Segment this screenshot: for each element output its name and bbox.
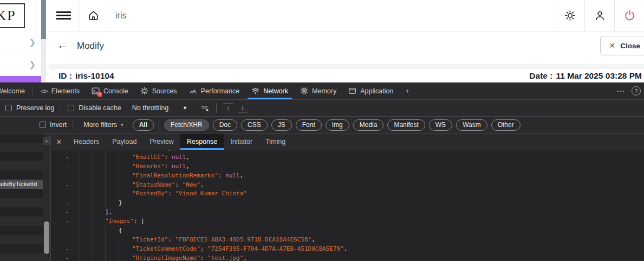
fold-marker[interactable]: - bbox=[64, 181, 70, 190]
throttling-select[interactable]: No throttling bbox=[132, 104, 168, 112]
disable-cache-checkbox[interactable] bbox=[68, 105, 74, 111]
back-arrow-icon[interactable]: ← bbox=[57, 38, 69, 52]
logout-button[interactable] bbox=[615, 0, 644, 31]
detail-tab-headers[interactable]: Headers bbox=[67, 133, 106, 150]
detail-tab-response[interactable]: Response bbox=[180, 133, 224, 150]
devtools-tab-label: Performance bbox=[201, 87, 240, 95]
filter-pill-wasm[interactable]: Wasm bbox=[456, 119, 487, 131]
json-token-p: : bbox=[168, 235, 175, 245]
import-har-button[interactable]: ↑ bbox=[223, 104, 233, 112]
network-filter-bar: Invert More filters ▾ AllFetch/XHRDocCSS… bbox=[0, 117, 644, 133]
devtools-tabbar-right: ⋯? bbox=[606, 82, 644, 99]
devtools-tab-label: Elements bbox=[51, 87, 80, 95]
fold-marker[interactable]: - bbox=[64, 245, 70, 254]
filter-pill-doc[interactable]: Doc bbox=[213, 119, 237, 131]
scroll-up-button[interactable]: ▲ bbox=[43, 137, 50, 145]
fold-marker[interactable]: - bbox=[64, 199, 70, 208]
code-line: -"OriginalImageName": "test.jpg", bbox=[51, 254, 644, 261]
devtools-tab-welcome[interactable]: Welcome bbox=[0, 82, 31, 99]
settings-button[interactable] bbox=[555, 0, 584, 31]
devtools-tab-console[interactable]: ✕Console bbox=[86, 82, 134, 99]
filter-pill-other[interactable]: Other bbox=[491, 119, 521, 131]
export-har-button[interactable]: ↓ bbox=[238, 104, 248, 112]
request-list-scrollbar: ▲ bbox=[43, 133, 50, 261]
more-filters-arrow-icon: ▾ bbox=[121, 122, 123, 128]
fold-marker[interactable]: - bbox=[64, 153, 70, 162]
devtools-tab-label: Welcome bbox=[0, 87, 25, 95]
scrollbar-thumb[interactable] bbox=[44, 221, 49, 254]
more-filters-button[interactable]: More filters ▾ bbox=[83, 121, 123, 129]
more-options-icon[interactable]: ⋯ bbox=[610, 86, 632, 96]
detail-tab-preview[interactable]: Preview bbox=[143, 133, 180, 150]
invert-checkbox[interactable] bbox=[40, 122, 46, 128]
fold-marker[interactable]: - bbox=[64, 235, 70, 245]
detail-tab-bar: ✕ HeadersPayloadPreviewResponseInitiator… bbox=[51, 133, 644, 150]
help-icon[interactable]: ? bbox=[632, 86, 641, 96]
devtools-tab-network[interactable]: Network bbox=[245, 82, 294, 99]
home-button[interactable] bbox=[79, 0, 108, 31]
json-token-nul: null bbox=[172, 162, 186, 171]
filter-pill-css[interactable]: CSS bbox=[241, 119, 268, 131]
devtools-tab-[interactable]: + bbox=[399, 82, 415, 99]
json-token-p: } bbox=[119, 199, 122, 208]
indent-guide bbox=[78, 162, 92, 171]
devtools-tab-sources[interactable]: Sources bbox=[134, 82, 183, 99]
request-detail-pane: ✕ HeadersPayloadPreviewResponseInitiator… bbox=[51, 133, 644, 261]
filter-pill-js[interactable]: JS bbox=[271, 119, 292, 131]
close-detail-icon[interactable]: ✕ bbox=[51, 133, 67, 150]
fold-marker[interactable]: - bbox=[64, 217, 70, 226]
indent-guide bbox=[78, 226, 92, 235]
app-sidebar: KP ❯ ❯ bbox=[0, 0, 49, 82]
indent-guide bbox=[119, 171, 132, 181]
detail-tab-payload[interactable]: Payload bbox=[106, 133, 143, 150]
divider bbox=[216, 104, 217, 113]
detail-tab-timing[interactable]: Timing bbox=[259, 133, 292, 150]
throttling-dropdown-arrow-icon[interactable]: ▼ bbox=[183, 105, 187, 111]
json-token-k: "FinalResolutionRemarks" bbox=[132, 171, 218, 181]
json-token-p: ], bbox=[105, 208, 112, 217]
json-token-nul: null bbox=[172, 153, 186, 162]
devtools-tab-label: Console bbox=[103, 87, 128, 95]
filter-pill-media[interactable]: Media bbox=[353, 119, 384, 131]
indent-guide bbox=[78, 235, 92, 245]
sidebar-collapsed-item[interactable]: ❯ bbox=[0, 31, 41, 53]
close-button[interactable]: ✕ Close bbox=[600, 36, 644, 55]
json-token-p: , bbox=[200, 181, 204, 190]
filter-pill-manifest[interactable]: Manifest bbox=[387, 119, 425, 131]
close-icon: ✕ bbox=[609, 41, 616, 50]
sidebar-collapsed-item[interactable]: ❯ bbox=[0, 53, 41, 75]
sidebar-scrollbar-thumb[interactable] bbox=[41, 0, 46, 39]
network-conditions-icon[interactable] bbox=[200, 104, 210, 112]
json-token-k: "EmailCC" bbox=[132, 153, 165, 162]
json-token-p: : bbox=[200, 254, 207, 261]
gutter-gap bbox=[70, 162, 78, 171]
fold-marker[interactable]: - bbox=[64, 254, 70, 261]
indent-guide bbox=[92, 254, 105, 261]
divider bbox=[73, 120, 73, 130]
fold-marker[interactable]: - bbox=[64, 189, 70, 199]
detail-tab-initiator[interactable]: Initiator bbox=[224, 133, 259, 150]
disable-cache-label: Disable cache bbox=[79, 104, 121, 112]
ticket-id-label: ID : bbox=[58, 71, 72, 81]
filter-pill-img[interactable]: Img bbox=[326, 119, 349, 131]
hamburger-menu-button[interactable] bbox=[49, 0, 78, 31]
profile-button[interactable] bbox=[585, 0, 614, 31]
fold-marker[interactable]: - bbox=[64, 208, 70, 217]
code-line: -"TicketCommentCode": "7254F395-F704-4D7… bbox=[51, 245, 644, 254]
filter-pill-ws[interactable]: WS bbox=[429, 119, 452, 131]
indent-guide bbox=[78, 171, 92, 181]
devtools-tab-performance[interactable]: Performance bbox=[183, 82, 246, 99]
indent-guide bbox=[119, 162, 132, 171]
response-viewer[interactable]: -"ModifiedBy": 2,-"EmailCC": null,-"Rema… bbox=[51, 150, 644, 261]
filter-pill-all[interactable]: All bbox=[133, 119, 154, 131]
preserve-log-checkbox[interactable] bbox=[5, 105, 12, 111]
indent-guide bbox=[78, 199, 92, 208]
filter-pill-fetchxhr[interactable]: Fetch/XHR bbox=[164, 119, 209, 131]
fold-marker[interactable]: - bbox=[64, 171, 70, 181]
devtools-tab-memory[interactable]: Memory bbox=[294, 82, 342, 99]
devtools-tab-elements[interactable]: </>Elements bbox=[35, 82, 86, 99]
filter-pill-font[interactable]: Font bbox=[296, 119, 322, 131]
fold-marker[interactable]: - bbox=[64, 162, 70, 171]
fold-marker[interactable]: - bbox=[64, 226, 70, 235]
devtools-tab-application[interactable]: Application bbox=[342, 82, 399, 99]
